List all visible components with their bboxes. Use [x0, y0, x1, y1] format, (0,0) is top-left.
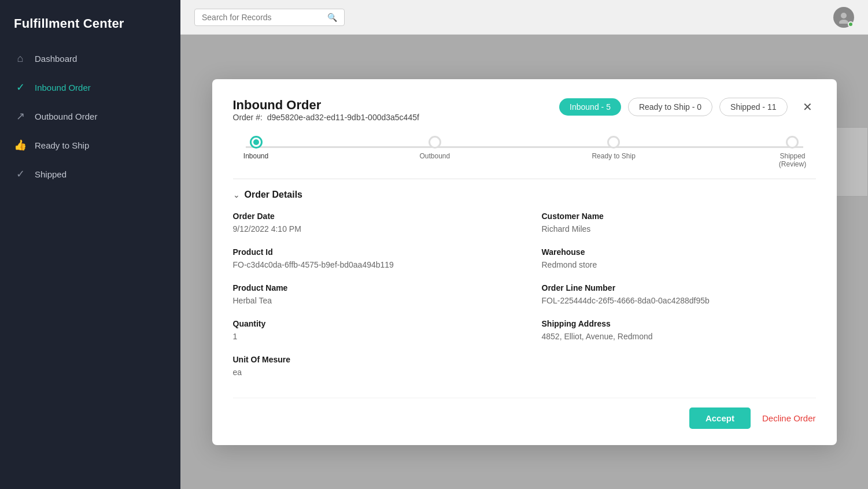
sidebar-nav: ⌂ Dashboard ✓ Inbound Order ↗ Outbound O…	[0, 45, 180, 188]
product-name-value: Herbal Tea	[233, 296, 507, 305]
svg-point-1	[839, 20, 848, 24]
modal-title: Inbound Order	[233, 98, 419, 113]
details-grid: Order Date 9/12/2022 4:10 PM Product Id …	[233, 212, 816, 391]
progress-steps: Inbound Outbound Ready to Ship Ship	[233, 136, 816, 168]
sidebar-item-dashboard[interactable]: ⌂ Dashboard	[0, 45, 180, 72]
accept-button[interactable]: Accept	[689, 408, 751, 429]
shipping-address-value: 4852, Elliot, Avenue, Redmond	[542, 332, 816, 341]
modal-title-area: Inbound Order Order #: d9e5820e-ad32-ed1…	[233, 98, 419, 134]
order-date-label: Order Date	[233, 212, 507, 221]
order-id-value: d9e5820e-ad32-ed11-9db1-000d3a5c445f	[267, 113, 419, 122]
ready-icon: 👍	[14, 139, 27, 151]
details-right: Customer Name Richard Miles Warehouse Re…	[542, 212, 816, 391]
product-id-item: Product Id FO-c3d4c0da-6ffb-4575-b9ef-bd…	[233, 247, 507, 269]
search-box[interactable]: 🔍	[194, 9, 345, 26]
search-icon: 🔍	[327, 13, 337, 22]
sidebar-label-ready: Ready to Ship	[35, 140, 89, 150]
step-circle-shipped	[786, 136, 799, 149]
sidebar-label-outbound: Outbound Order	[35, 112, 97, 121]
sidebar-label-dashboard: Dashboard	[35, 54, 77, 64]
sidebar-item-ready-to-ship[interactable]: 👍 Ready to Ship	[0, 131, 180, 159]
product-id-label: Product Id	[233, 247, 507, 257]
sidebar-label-inbound: Inbound Order	[35, 83, 91, 92]
section-header: ⌄ Order Details	[233, 190, 816, 200]
order-id-label: Order #:	[233, 113, 263, 122]
inbound-icon: ✓	[14, 81, 27, 94]
customer-name-value: Richard Miles	[542, 224, 816, 234]
home-icon: ⌂	[14, 53, 27, 65]
avatar-status-dot	[848, 21, 854, 27]
order-date-item: Order Date 9/12/2022 4:10 PM	[233, 212, 507, 234]
shipped-icon: ✓	[14, 168, 27, 180]
warehouse-value: Redmond store	[542, 260, 816, 269]
modal-header-right: Inbound - 5 Ready to Ship - 0 Shipped - …	[559, 98, 815, 116]
step-inbound: Inbound	[233, 136, 279, 168]
shipping-address-label: Shipping Address	[542, 319, 816, 328]
modal-header: Inbound Order Order #: d9e5820e-ad32-ed1…	[233, 98, 816, 134]
chevron-down-icon: ⌄	[233, 190, 240, 199]
quantity-label: Quantity	[233, 319, 507, 328]
order-line-label: Order Line Number	[542, 283, 816, 292]
outbound-icon: ↗	[14, 110, 27, 123]
modal: Inbound Order Order #: d9e5820e-ad32-ed1…	[212, 79, 837, 445]
step-label-shipped: Shipped (Review)	[769, 152, 815, 168]
step-circle-outbound	[429, 136, 441, 149]
step-ready-to-ship: Ready to Ship	[590, 136, 637, 168]
avatar	[833, 7, 854, 28]
step-label-inbound: Inbound	[243, 152, 268, 160]
warehouse-item: Warehouse Redmond store	[542, 247, 816, 269]
sidebar-item-shipped[interactable]: ✓ Shipped	[0, 160, 180, 188]
app-title: Fulfillment Center	[0, 0, 180, 45]
sidebar-label-shipped: Shipped	[35, 169, 67, 179]
unit-label: Unit Of Mesure	[233, 355, 507, 364]
status-badge-inbound: Inbound - 5	[559, 98, 621, 116]
order-id: Order #: d9e5820e-ad32-ed11-9db1-000d3a5…	[233, 113, 419, 122]
step-circle-inbound	[250, 136, 263, 149]
customer-name-item: Customer Name Richard Miles	[542, 212, 816, 234]
warehouse-label: Warehouse	[542, 247, 816, 257]
sidebar: Fulfillment Center ⌂ Dashboard ✓ Inbound…	[0, 0, 180, 489]
order-line-item: Order Line Number FOL-225444dc-26f5-4666…	[542, 283, 816, 305]
customer-name-label: Customer Name	[542, 212, 816, 221]
section-title: Order Details	[245, 190, 302, 200]
modal-overlay: Inbound Order Order #: d9e5820e-ad32-ed1…	[180, 35, 868, 489]
progress-tracker: Inbound Outbound Ready to Ship Ship	[233, 136, 816, 168]
search-input[interactable]	[202, 13, 323, 22]
unit-value: ea	[233, 368, 507, 377]
step-shipped-review: Shipped (Review)	[769, 136, 815, 168]
step-circle-ready	[607, 136, 620, 149]
shipping-address-item: Shipping Address 4852, Elliot, Avenue, R…	[542, 319, 816, 341]
details-left: Order Date 9/12/2022 4:10 PM Product Id …	[233, 212, 507, 391]
svg-point-0	[841, 13, 847, 18]
content-area: Inbound Order Order #: d9e5820e-ad32-ed1…	[180, 35, 868, 489]
status-badge-ready: Ready to Ship - 0	[628, 98, 712, 116]
sidebar-item-inbound-order[interactable]: ✓ Inbound Order	[0, 73, 180, 101]
status-badge-shipped: Shipped - 11	[719, 98, 787, 116]
product-id-value: FO-c3d4c0da-6ffb-4575-b9ef-bd0aa494b119	[233, 260, 507, 269]
decline-button[interactable]: Decline Order	[762, 413, 816, 423]
unit-item: Unit Of Mesure ea	[233, 355, 507, 377]
quantity-value: 1	[233, 332, 507, 341]
product-name-item: Product Name Herbal Tea	[233, 283, 507, 305]
product-name-label: Product Name	[233, 283, 507, 292]
modal-footer: Accept Decline Order	[233, 398, 816, 429]
main-area: 🔍 Inbound Order	[180, 0, 868, 489]
divider-1	[233, 179, 816, 179]
step-label-ready: Ready to Ship	[592, 152, 635, 160]
topbar-right	[833, 7, 854, 28]
quantity-item: Quantity 1	[233, 319, 507, 341]
close-button[interactable]: ✕	[799, 99, 816, 115]
step-label-outbound: Outbound	[419, 152, 450, 160]
order-line-value: FOL-225444dc-26f5-4666-8da0-0ac4288df95b	[542, 296, 816, 305]
order-date-value: 9/12/2022 4:10 PM	[233, 224, 507, 234]
step-outbound: Outbound	[412, 136, 458, 168]
topbar: 🔍	[180, 0, 868, 35]
sidebar-item-outbound-order[interactable]: ↗ Outbound Order	[0, 102, 180, 130]
